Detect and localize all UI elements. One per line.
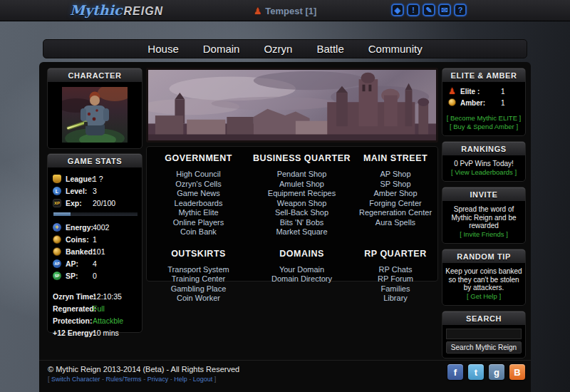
amber-label: Amber: xyxy=(460,99,485,107)
help-link[interactable]: Help xyxy=(174,376,187,383)
city-link[interactable]: RP Chats xyxy=(353,265,437,275)
nav-domain[interactable]: Domain xyxy=(203,43,240,55)
topbar: MythicREIGN ♟ Tempest [1] ◈ ! ✎ ✉ ? xyxy=(0,0,570,21)
notifications-icon[interactable]: ! xyxy=(407,4,420,16)
nav-community[interactable]: Community xyxy=(368,43,423,55)
city-link[interactable]: Pendant Shop xyxy=(250,170,353,180)
blogger-icon[interactable]: B xyxy=(509,364,525,380)
search-body: Search Mythic Reign xyxy=(442,329,525,358)
character-panel-title: CHARACTER xyxy=(48,68,142,83)
stat-row-protection: Protection: Attackble xyxy=(51,315,138,327)
become-elite-link[interactable]: [ Become Mythic ELITE ] xyxy=(445,114,522,123)
search-input[interactable] xyxy=(446,329,522,339)
pvp-wins-text: 0 PvP Wins Today! xyxy=(445,160,522,168)
city-link[interactable]: Transport System xyxy=(147,265,250,275)
character-avatar[interactable] xyxy=(62,87,128,143)
city-link[interactable]: Gambling Place xyxy=(147,284,250,294)
level-label: Level: xyxy=(66,187,87,195)
stats-spacer xyxy=(51,282,138,291)
footer-separator: - xyxy=(102,376,104,383)
privacy-link[interactable]: Privacy xyxy=(147,376,169,383)
logo-reign: REIGN xyxy=(123,5,163,17)
player-name: Tempest [1] xyxy=(265,6,316,16)
coins-icon xyxy=(53,235,61,244)
notifications-glyph: ! xyxy=(412,6,415,14)
switch-character-link[interactable]: Switch Character xyxy=(51,376,100,383)
city-link[interactable]: Regeneration Center xyxy=(353,208,437,218)
elite-icon: ♟ xyxy=(448,87,457,96)
nav-ozryn[interactable]: Ozryn xyxy=(264,43,292,55)
help-glyph: ? xyxy=(458,6,463,14)
city-link[interactable]: High Council xyxy=(147,170,250,180)
city-link[interactable]: SP Shop xyxy=(353,180,437,190)
mail-icon[interactable]: ✉ xyxy=(438,4,451,16)
nav-house[interactable]: House xyxy=(147,43,178,55)
city-link[interactable]: Training Center xyxy=(147,274,250,284)
compose-glyph: ✎ xyxy=(425,6,432,14)
player-character-icon: ♟ xyxy=(254,6,262,16)
city-link[interactable]: Domain Directory xyxy=(250,274,353,284)
stat-row-sp: SP SP: 0 xyxy=(51,270,138,282)
city-link[interactable]: Families xyxy=(353,284,437,294)
ozryn-time-value: 12:10:35 xyxy=(93,292,122,301)
invite-friends-link[interactable]: [ Invite Friends ] xyxy=(445,230,522,239)
alert-gem-glyph: ◈ xyxy=(395,6,400,14)
search-button[interactable]: Search Mythic Reign xyxy=(446,341,522,354)
twitter-icon[interactable]: t xyxy=(468,364,484,380)
city-link[interactable]: Bits 'N' Bobs xyxy=(250,218,353,228)
city-link[interactable]: Aura Spells xyxy=(353,218,437,228)
elite-amber-body: ♟ Elite : 1 Amber: 1 [ Become Mythic ELI… xyxy=(442,83,525,135)
compose-icon[interactable]: ✎ xyxy=(423,4,435,16)
buy-amber-link[interactable]: [ Buy & Spend Amber ] xyxy=(445,123,522,131)
exp-icon: XP xyxy=(53,199,61,207)
alert-gem-icon[interactable]: ◈ xyxy=(391,4,404,16)
view-leaderboards-link[interactable]: [ View Leaderboards ] xyxy=(445,168,522,177)
logout-link[interactable]: Logout xyxy=(193,376,213,383)
character-panel: CHARACTER xyxy=(47,68,142,149)
city-link[interactable]: Ozryn's Cells xyxy=(147,180,250,190)
invite-text: Spread the word of Mythic Reign and be r… xyxy=(445,205,522,230)
city-link[interactable]: Forging Center xyxy=(353,199,437,209)
exp-label: Exp: xyxy=(66,199,82,207)
stat-row-ozryn-time: Ozryn Time: 12:10:35 xyxy=(51,291,138,303)
city-link[interactable]: Market Square xyxy=(250,227,353,237)
section-title: BUSINESS QUARTER xyxy=(250,153,353,163)
google-icon[interactable]: g xyxy=(489,364,504,380)
city-link[interactable]: Amber Shop xyxy=(353,189,437,199)
city-link[interactable]: RP Forum xyxy=(353,274,437,284)
city-link[interactable]: Coin Bank xyxy=(147,227,250,237)
facebook-icon[interactable]: f xyxy=(447,364,463,380)
stat-row-energy: + Energy: 4002 xyxy=(51,222,138,234)
city-link[interactable]: Game News xyxy=(147,189,250,199)
rules-terms-link[interactable]: Rules/Terms xyxy=(106,376,142,383)
rankings-body: 0 PvP Wins Today! [ View Leaderboards ] xyxy=(442,156,525,181)
nav-battle[interactable]: Battle xyxy=(316,43,343,55)
social-icons: f t g B xyxy=(447,364,525,380)
city-banner-art xyxy=(148,70,436,140)
city-link[interactable]: Mythic Elite xyxy=(147,208,250,218)
city-link[interactable]: Leaderboards xyxy=(147,199,250,209)
banked-icon xyxy=(53,247,61,256)
logo[interactable]: MythicREIGN xyxy=(70,2,163,19)
footer-divider xyxy=(39,360,531,361)
city-link[interactable]: Amulet Shop xyxy=(250,180,353,190)
ap-label: AP: xyxy=(66,259,78,268)
topbar-icons: ◈ ! ✎ ✉ ? xyxy=(391,4,467,16)
get-help-link[interactable]: [ Get Help ] xyxy=(445,292,522,301)
section-government: GOVERNMENT High Council Ozryn's Cells Ga… xyxy=(147,153,250,237)
city-link[interactable]: Equipment Recipes xyxy=(250,189,353,199)
league-label: League: xyxy=(66,175,94,183)
protection-value: Attackble xyxy=(93,316,123,325)
amber-icon xyxy=(448,98,457,107)
city-link[interactable]: AP Shop xyxy=(353,170,437,180)
help-icon[interactable]: ? xyxy=(454,4,467,16)
player-status[interactable]: ♟ Tempest [1] xyxy=(254,0,317,21)
league-value[interactable]: 1 ? xyxy=(93,175,103,183)
city-link[interactable]: Library xyxy=(353,294,437,304)
city-link[interactable]: Online Players xyxy=(147,218,250,228)
city-link[interactable]: Sell-Back Shop xyxy=(250,208,353,218)
city-link[interactable]: Weapon Shop xyxy=(250,199,353,209)
protection-label: Protection: xyxy=(53,316,92,325)
city-link[interactable]: Your Domain xyxy=(250,265,353,275)
city-link[interactable]: Coin Worker xyxy=(147,294,250,304)
